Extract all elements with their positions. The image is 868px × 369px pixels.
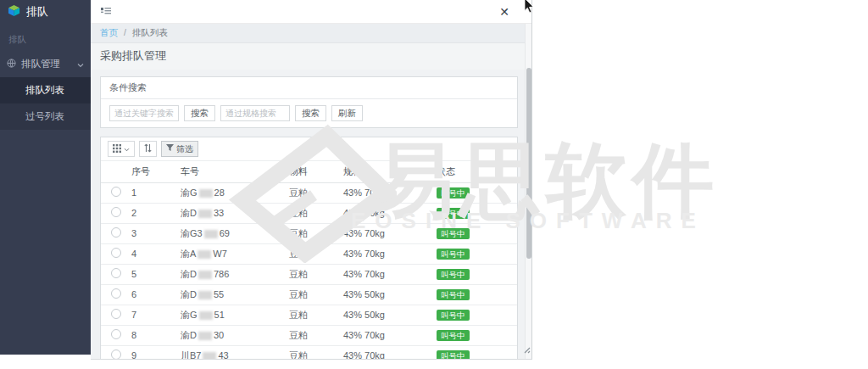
sidebar: 排队 排队 排队管理 排队列表 过号列表 [0,0,91,355]
keyword-search-button[interactable]: 搜索 [184,105,215,121]
sidebar-section-label: 排队 [0,24,91,51]
redaction-blur [198,210,212,218]
row-plate: 川B743 [175,346,284,361]
row-plate: 渝D33 [175,204,284,224]
row-radio[interactable] [111,309,121,319]
chevron-down-icon [124,144,130,154]
table-row[interactable]: 9 川B743 豆粕 43% 70kg 叫号中 [101,346,517,361]
row-plate: 渝D30 [175,326,284,346]
row-plate: 渝D55 [175,285,284,305]
row-status: 叫号中 [431,244,517,265]
status-badge: 叫号中 [437,187,470,199]
spec-search-button[interactable]: 搜索 [295,105,326,121]
row-plate: 渝G51 [175,305,284,326]
plate-prefix: 渝G [181,310,198,320]
columns-button[interactable] [108,141,135,157]
page-title: 采购排队管理 [91,43,525,70]
resize-grip[interactable] [522,342,531,357]
row-material: 豆粕 [284,285,338,305]
row-plate: 渝D786 [175,265,284,285]
app-title: 排队 [26,4,48,20]
refresh-button[interactable]: 刷新 [331,105,363,121]
keyword-search-input[interactable] [109,105,179,121]
filter-button-label: 筛选 [176,143,193,155]
row-radio[interactable] [111,248,121,258]
row-radio[interactable] [111,207,121,217]
column-header: 物料 [284,161,338,183]
column-header: 序号 [126,161,175,183]
row-spec: 43% 70kg [338,265,431,285]
row-material: 豆粕 [284,244,338,265]
row-spec: 43% 70kg [338,204,431,224]
row-plate: 渝G28 [175,183,284,204]
sidebar-item-queue-management[interactable]: 排队管理 [0,51,91,77]
vertical-scrollbar[interactable] [525,24,531,359]
status-badge: 叫号中 [437,289,470,301]
row-radio[interactable] [111,349,121,360]
filter-funnel-icon [166,144,174,154]
plate-suffix: 28 [214,187,225,198]
table-row[interactable]: 3 渝G369 豆粕 43% 70kg 叫号中 [101,224,517,244]
row-spec: 43% 50kg [338,305,431,326]
row-radio[interactable] [111,329,121,339]
row-material: 豆粕 [284,265,338,285]
status-badge: 叫号中 [437,330,470,342]
row-status: 叫号中 [431,183,517,204]
spec-search-input[interactable] [220,105,290,121]
table-row[interactable]: 8 渝D30 豆粕 43% 70kg 叫号中 [101,326,517,346]
row-plate: 渝G369 [175,224,284,244]
table-row[interactable]: 2 渝D33 豆粕 43% 70kg 叫号中 [101,204,517,224]
column-header: 状态 [431,161,517,183]
redaction-blur [204,230,218,238]
table-row[interactable]: 5 渝D786 豆粕 43% 70kg 叫号中 [101,265,517,285]
sidebar-item-queue-list[interactable]: 排队列表 [0,77,91,103]
table-row[interactable]: 1 渝G28 豆粕 43% 70kg 叫号中 [101,183,517,204]
sidebar-header: 排队 [0,0,91,24]
table-row[interactable]: 4 渝AW7 豆粕 43% 70kg 叫号中 [101,244,517,265]
row-number: 6 [126,285,175,305]
status-badge: 叫号中 [437,208,470,220]
row-material: 豆粕 [284,346,338,361]
table-body: 1 渝G28 豆粕 43% 70kg 叫号中 2 渝D33 豆粕 43% 70k… [101,183,517,361]
breadcrumb-current: 排队列表 [132,27,168,37]
row-radio[interactable] [111,187,121,197]
row-radio[interactable] [111,288,121,299]
row-radio[interactable] [111,268,121,278]
panel-content: 首页 / 排队列表 采购排队管理 条件搜索 搜索 搜索 刷新 [91,24,525,359]
plate-suffix: 30 [214,330,224,340]
plate-prefix: 川B7 [181,350,201,360]
table-header-row: 序号车号物料规格状态 [101,161,517,183]
breadcrumb: 首页 / 排队列表 [91,24,525,43]
filter-button[interactable]: 筛选 [161,141,198,157]
table-row[interactable]: 6 渝D55 豆粕 43% 50kg 叫号中 [101,285,517,305]
status-badge: 叫号中 [437,269,470,281]
row-number: 1 [126,183,175,204]
table-row[interactable]: 7 渝G51 豆粕 43% 50kg 叫号中 [101,305,517,326]
plate-suffix: 55 [214,289,224,299]
redaction-blur [199,189,213,198]
row-number: 3 [126,224,175,244]
search-card-title: 条件搜索 [101,77,517,99]
sidebar-item-passed-list[interactable]: 过号列表 [0,103,91,130]
breadcrumb-home-link[interactable]: 首页 [100,27,118,37]
status-badge: 叫号中 [437,350,470,360]
row-status: 叫号中 [431,285,517,305]
plate-prefix: 渝G3 [181,228,203,238]
sort-arrows-icon [144,143,152,154]
table-toolbar: 筛选 [101,137,517,161]
queue-table: 序号车号物料规格状态 1 渝G28 豆粕 43% 70kg 叫号中 2 渝D33… [101,161,517,360]
row-spec: 43% 70kg [338,183,431,204]
plate-suffix: W7 [213,249,227,259]
chevron-down-icon [77,59,84,70]
collapse-menu-icon[interactable] [101,4,111,20]
queue-table-card: 筛选 序号车号物料规格状态 1 渝G28 豆粕 43% 70kg 叫号中 2 [100,137,518,360]
plate-suffix: 43 [218,350,228,360]
redaction-blur [198,271,212,279]
search-card-body: 搜索 搜索 刷新 [101,99,517,127]
sort-button[interactable] [139,141,157,157]
row-radio[interactable] [111,227,121,238]
row-material: 豆粕 [284,224,338,244]
redaction-blur [198,291,212,299]
scrollbar-thumb[interactable] [526,68,531,259]
close-icon[interactable]: ✕ [499,6,509,18]
